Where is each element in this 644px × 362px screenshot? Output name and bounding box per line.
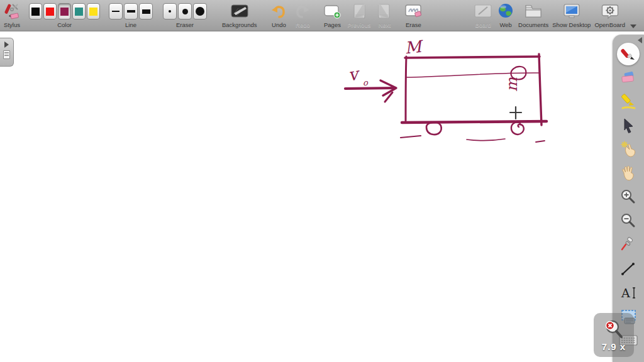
magnifier-cancel-icon[interactable] <box>603 319 625 340</box>
whiteboard-canvas[interactable]: M m v o <box>0 32 644 362</box>
zoom-indicator: 7.9 x <box>594 313 634 357</box>
zoom-value: 7.9 x <box>602 341 626 352</box>
expand-right-icon <box>4 41 9 48</box>
tool-pen-button[interactable] <box>614 42 642 66</box>
tool-zoom-out-button[interactable] <box>614 209 642 233</box>
pointing-hand-icon <box>619 140 638 159</box>
velocity-label: v <box>347 63 362 85</box>
page-thumbnail-icon <box>3 50 10 59</box>
tool-interact-button[interactable] <box>614 138 642 162</box>
canvas-drawing: M m v o <box>0 0 644 362</box>
eraser-icon <box>619 70 638 86</box>
tool-eraser-button[interactable] <box>614 66 642 90</box>
tool-line-button[interactable] <box>614 257 642 281</box>
magnifier-plus-icon <box>619 189 637 206</box>
tool-text-button[interactable]: A <box>614 281 642 305</box>
ball-mass-label: m <box>503 77 521 92</box>
cursor-arrow-icon <box>621 118 636 134</box>
tool-highlighter-button[interactable] <box>614 90 642 114</box>
open-hand-icon <box>619 164 638 183</box>
highlighter-icon <box>619 92 638 111</box>
tool-laser-pointer-button[interactable] <box>614 233 642 257</box>
svg-text:A: A <box>621 286 630 300</box>
laser-pointer-icon <box>619 236 637 254</box>
tool-pan-button[interactable] <box>614 162 642 185</box>
line-tool-icon <box>620 261 636 277</box>
magnifier-minus-icon <box>619 212 637 230</box>
velocity-subscript: o <box>363 78 369 87</box>
text-tool-icon: A <box>619 285 638 301</box>
cart-mass-label: M <box>404 36 425 57</box>
left-drawer-toggle[interactable] <box>0 38 14 67</box>
plus-mark <box>510 107 521 119</box>
tool-selector-button[interactable] <box>614 114 642 138</box>
tool-zoom-in-button[interactable] <box>614 185 642 209</box>
pen-icon <box>619 45 638 63</box>
